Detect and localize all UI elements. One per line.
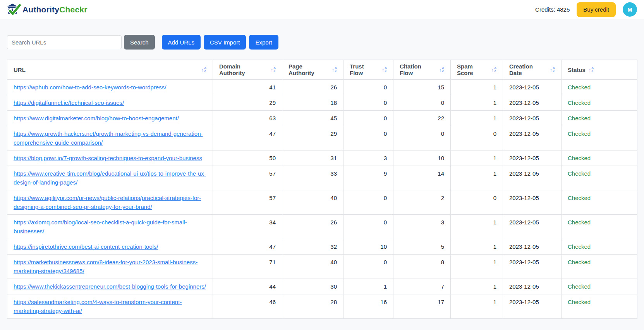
add-urls-button[interactable]: Add URLs: [162, 35, 201, 50]
citation-flow-cell: 14: [393, 166, 451, 190]
column-header-url[interactable]: URL↑AZ: [7, 60, 213, 80]
column-header-label: Trust Flow: [350, 63, 379, 76]
domain-authority-cell: 47: [213, 239, 282, 255]
page-authority-cell: 31: [282, 150, 343, 166]
page-authority-cell: 32: [282, 239, 343, 255]
column-header-page-authority[interactable]: Page Authority↑AZ: [282, 60, 343, 80]
creation-date-cell: 2023-12-05: [503, 95, 562, 111]
sort-icon[interactable]: ↑AZ: [382, 67, 387, 73]
table-row: https://www.agilitypr.com/pr-news/public…: [7, 190, 637, 215]
spam-score-cell: 0: [451, 190, 503, 215]
url-link[interactable]: https://digitalfunnel.ie/technical-seo-i…: [14, 99, 124, 106]
column-header-creation-date[interactable]: Creation Date↑AZ: [503, 60, 562, 80]
brand-name: AuthorityCheckr: [22, 5, 88, 14]
table-row: https://www.digitalmarketer.com/blog/how…: [7, 111, 637, 126]
search-input[interactable]: [7, 35, 122, 49]
sort-icon[interactable]: ↑AZ: [491, 67, 496, 73]
citation-flow-cell: 2: [393, 190, 451, 215]
url-link[interactable]: https://blog.powr.io/7-growth-scaling-te…: [14, 155, 202, 161]
citation-flow-cell: 5: [393, 239, 451, 255]
page-authority-cell: 30: [282, 279, 343, 294]
trust-flow-cell: 0: [343, 80, 393, 95]
status-cell: Checked: [562, 111, 637, 126]
sort-icon[interactable]: ↑AZ: [332, 67, 337, 73]
status-cell: Checked: [562, 95, 637, 111]
toolbar: Search Add URLs CSV Import Export: [7, 35, 637, 50]
creation-date-cell: 2023-12-05: [503, 80, 562, 95]
trust-flow-cell: 0: [343, 215, 393, 239]
table-row: https://digitalfunnel.ie/technical-seo-i…: [7, 95, 637, 111]
domain-authority-cell: 47: [213, 126, 282, 150]
column-header-citation-flow[interactable]: Citation Flow↑AZ: [393, 60, 451, 80]
sort-icon[interactable]: ↑AZ: [271, 67, 276, 73]
trust-flow-cell: 0: [343, 95, 393, 111]
url-link[interactable]: https://salesandmarketing.com/4-ways-to-…: [14, 299, 182, 314]
column-header-spam-score[interactable]: Spam Score↑AZ: [451, 60, 503, 80]
url-cell: https://wphub.com/how-to-add-seo-keyword…: [7, 80, 213, 95]
url-link[interactable]: https://marketbusinessnews.com/8-ideas-f…: [14, 259, 197, 274]
creation-date-cell: 2023-12-05: [503, 215, 562, 239]
sort-icon[interactable]: ↑AZ: [201, 67, 206, 73]
url-link[interactable]: https://www.agilitypr.com/pr-news/public…: [14, 195, 201, 210]
url-link[interactable]: https://www.growth-hackers.net/growth-ma…: [14, 130, 203, 146]
creation-date-cell: 2023-12-05: [503, 111, 562, 126]
url-link[interactable]: https://axiomq.com/blog/local-seo-checkl…: [14, 219, 187, 234]
brand-name-checkr: Checkr: [59, 5, 87, 14]
domain-authority-cell: 57: [213, 166, 282, 190]
status-cell: Checked: [562, 294, 637, 319]
creation-date-cell: 2023-12-05: [503, 255, 562, 279]
column-header-trust-flow[interactable]: Trust Flow↑AZ: [343, 60, 393, 80]
status-cell: Checked: [562, 126, 637, 150]
brand[interactable]: AuthorityCheckr: [7, 3, 88, 16]
spam-score-cell: 1: [451, 239, 503, 255]
buy-credit-button[interactable]: Buy credit: [577, 2, 616, 17]
url-cell: https://www.creative-tim.com/blog/educat…: [7, 166, 213, 190]
citation-flow-cell: 3: [393, 215, 451, 239]
sort-icon[interactable]: ↑AZ: [439, 67, 444, 73]
column-header-label: Spam Score: [457, 63, 488, 76]
user-avatar[interactable]: M: [623, 2, 637, 17]
url-cell: https://inspiretothrive.com/best-ai-cont…: [7, 239, 213, 255]
sort-icon[interactable]: ↑AZ: [550, 67, 555, 73]
creation-date-cell: 2023-12-05: [503, 190, 562, 215]
url-link[interactable]: https://inspiretothrive.com/best-ai-cont…: [14, 243, 158, 250]
url-link[interactable]: https://www.thekickassentrepreneur.com/b…: [14, 283, 206, 290]
search-button[interactable]: Search: [124, 35, 155, 50]
table-row: https://www.thekickassentrepreneur.com/b…: [7, 279, 637, 294]
status-cell: Checked: [562, 80, 637, 95]
column-header-status[interactable]: Status↑AZ: [562, 60, 637, 80]
spam-score-cell: 1: [451, 150, 503, 166]
page-authority-cell: 45: [282, 111, 343, 126]
url-link[interactable]: https://www.creative-tim.com/blog/educat…: [14, 170, 206, 186]
credits-counter: Credits: 4825: [535, 6, 570, 13]
citation-flow-cell: 0: [393, 126, 451, 150]
citation-flow-cell: 8: [393, 255, 451, 279]
spam-score-cell: 1: [451, 95, 503, 111]
url-link[interactable]: https://www.digitalmarketer.com/blog/how…: [14, 115, 179, 121]
creation-date-cell: 2023-12-05: [503, 126, 562, 150]
url-cell: https://www.thekickassentrepreneur.com/b…: [7, 279, 213, 294]
domain-authority-cell: 44: [213, 279, 282, 294]
app-header: AuthorityCheckr Credits: 4825 Buy credit…: [0, 0, 644, 19]
citation-flow-cell: 10: [393, 150, 451, 166]
status-cell: Checked: [562, 239, 637, 255]
domain-authority-cell: 50: [213, 150, 282, 166]
spam-score-cell: 1: [451, 215, 503, 239]
url-link[interactable]: https://wphub.com/how-to-add-seo-keyword…: [14, 84, 166, 91]
domain-authority-cell: 57: [213, 190, 282, 215]
export-button[interactable]: Export: [249, 35, 278, 50]
csv-import-button[interactable]: CSV Import: [204, 35, 246, 50]
page-authority-cell: 29: [282, 126, 343, 150]
page-authority-cell: 40: [282, 255, 343, 279]
creation-date-cell: 2023-12-05: [503, 166, 562, 190]
url-cell: https://axiomq.com/blog/local-seo-checkl…: [7, 215, 213, 239]
trust-flow-cell: 0: [343, 111, 393, 126]
page-authority-cell: 26: [282, 80, 343, 95]
trust-flow-cell: 10: [343, 239, 393, 255]
column-header-label: Domain Authority: [219, 63, 268, 76]
sort-icon[interactable]: ↑AZ: [589, 67, 594, 73]
column-header-domain-authority[interactable]: Domain Authority↑AZ: [213, 60, 282, 80]
citation-flow-cell: 22: [393, 111, 451, 126]
page-authority-cell: 28: [282, 294, 343, 319]
column-header-label: URL: [14, 67, 26, 73]
